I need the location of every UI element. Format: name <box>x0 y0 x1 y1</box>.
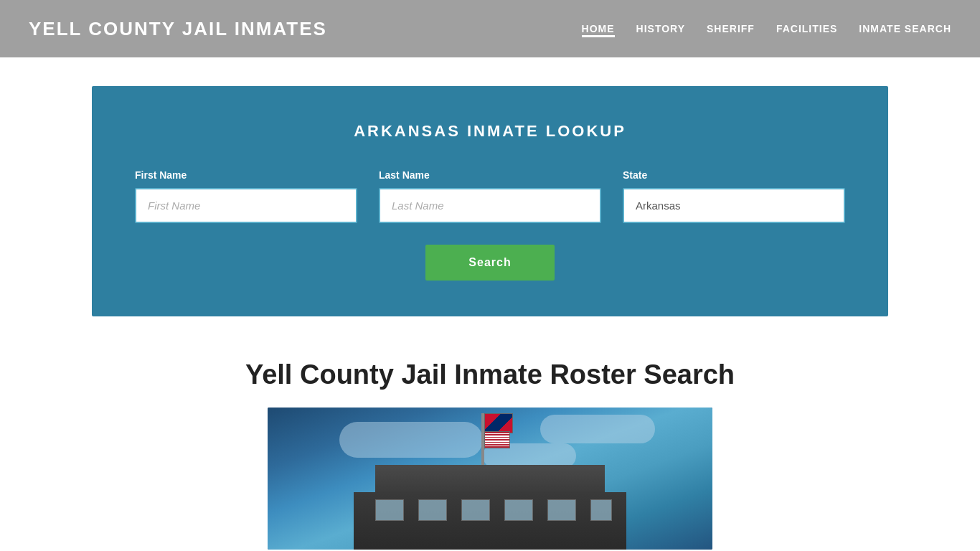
first-name-group: First Name <box>135 169 357 223</box>
window-5 <box>547 499 576 521</box>
main-nav: HOME HISTORY SHERIFF FACILITIES INMATE S… <box>582 20 951 37</box>
cloud-1 <box>339 422 483 458</box>
nav-item-history[interactable]: HISTORY <box>636 20 685 37</box>
last-name-input[interactable] <box>379 188 601 223</box>
search-panel-title: ARKANSAS INMATE LOOKUP <box>135 122 845 141</box>
nav-item-sheriff[interactable]: SHERIFF <box>707 20 755 37</box>
cloud-2 <box>540 415 655 443</box>
site-title: YELL COUNTY JAIL INMATES <box>29 18 327 40</box>
nav-item-facilities[interactable]: FACILITIES <box>776 20 837 37</box>
page-heading: Yell County Jail Inmate Roster Search <box>121 359 859 390</box>
first-name-input[interactable] <box>135 188 357 223</box>
building-top <box>375 465 605 494</box>
building-image <box>268 408 712 550</box>
flag-us <box>484 431 510 448</box>
window-4 <box>504 499 533 521</box>
window-2 <box>418 499 447 521</box>
form-row: First Name Last Name State <box>135 169 845 223</box>
nav-item-home[interactable]: HOME <box>582 20 615 37</box>
building-base <box>354 492 626 550</box>
last-name-group: Last Name <box>379 169 601 223</box>
search-panel: ARKANSAS INMATE LOOKUP First Name Last N… <box>92 86 888 316</box>
state-label: State <box>623 169 845 181</box>
state-input[interactable] <box>623 188 845 223</box>
state-group: State <box>623 169 845 223</box>
nav-item-inmate-search[interactable]: INMATE SEARCH <box>859 20 951 37</box>
search-button[interactable]: Search <box>425 245 554 281</box>
flag-arkansas <box>484 413 513 433</box>
window-6 <box>590 499 612 521</box>
window-3 <box>461 499 490 521</box>
main-content: Yell County Jail Inmate Roster Search <box>92 345 888 551</box>
window-1 <box>375 499 404 521</box>
first-name-label: First Name <box>135 169 357 181</box>
site-header: YELL COUNTY JAIL INMATES HOME HISTORY SH… <box>0 0 980 57</box>
last-name-label: Last Name <box>379 169 601 181</box>
form-button-row: Search <box>135 245 845 281</box>
